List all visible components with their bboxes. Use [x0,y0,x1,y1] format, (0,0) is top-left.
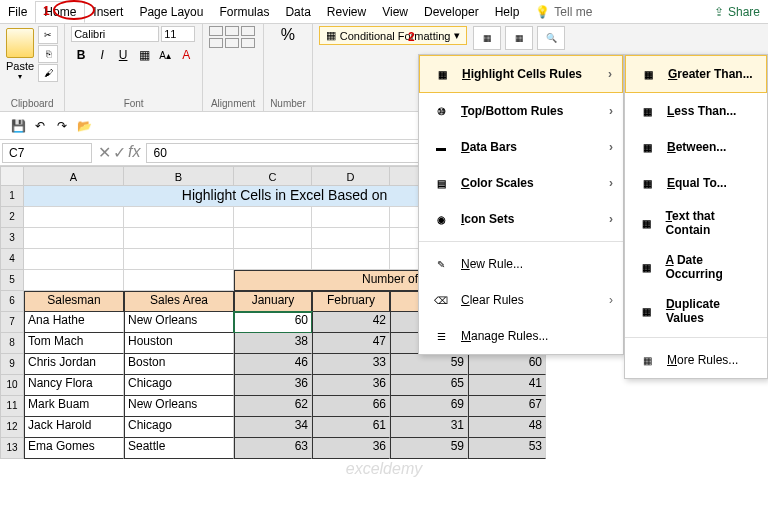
cell[interactable]: February [312,291,390,312]
cell[interactable]: 42 [312,312,390,333]
menu-item-data-bars[interactable]: ▬Data Bars› [419,129,623,165]
tell-me[interactable]: 💡 Tell me [527,2,600,22]
cell[interactable]: Ema Gomes [24,438,124,459]
cell[interactable]: 67 [468,396,546,417]
cell[interactable]: Ana Hathe [24,312,124,333]
cell[interactable]: 65 [390,375,468,396]
cell[interactable]: 60 [234,312,312,333]
copy-button[interactable]: ⎘ [38,45,58,63]
format-painter-button[interactable]: 🖌 [38,64,58,82]
cell[interactable] [24,207,124,228]
undo-button[interactable]: ↶ [32,118,48,134]
cell[interactable]: 31 [390,417,468,438]
cell[interactable]: January [234,291,312,312]
cell[interactable] [24,228,124,249]
row-header[interactable]: 13 [0,438,24,459]
menu-item-manage-rules-[interactable]: ☰Manage Rules... [419,318,623,354]
cell-styles-button[interactable]: ▦ [505,26,533,50]
cell[interactable]: Chicago [124,375,234,396]
cell[interactable] [312,228,390,249]
menu-item-greater-than-[interactable]: ▦Greater Than... [625,55,767,93]
cell[interactable] [234,249,312,270]
cell[interactable]: 47 [312,333,390,354]
cell[interactable] [312,207,390,228]
menu-item-color-scales[interactable]: ▤Color Scales› [419,165,623,201]
cell[interactable]: 66 [312,396,390,417]
cell[interactable]: Jack Harold [24,417,124,438]
menu-item-less-than-[interactable]: ▦Less Than... [625,93,767,129]
cell[interactable]: New Orleans [124,312,234,333]
cell[interactable]: Salesman [24,291,124,312]
cell[interactable]: 59 [390,354,468,375]
tab-review[interactable]: Review [319,2,374,22]
font-size-select[interactable]: 11 [161,26,195,42]
cell[interactable]: New Orleans [124,396,234,417]
tab-home[interactable]: Home [35,1,85,23]
row-header[interactable]: 4 [0,249,24,270]
cancel-icon[interactable]: ✕ [98,143,111,162]
format-table-button[interactable]: ▦ [473,26,501,50]
cell[interactable]: 69 [390,396,468,417]
share-button[interactable]: ⇪ Share [706,2,768,22]
open-button[interactable]: 📂 [76,118,92,134]
cell[interactable] [24,270,124,291]
cell[interactable] [124,228,234,249]
cell[interactable]: 38 [234,333,312,354]
cell[interactable]: 61 [312,417,390,438]
cell[interactable]: Tom Mach [24,333,124,354]
row-header[interactable]: 9 [0,354,24,375]
cell[interactable] [124,249,234,270]
font-name-select[interactable]: Calibri [71,26,159,42]
find-button[interactable]: 🔍 [537,26,565,50]
cell[interactable]: 63 [234,438,312,459]
italic-button[interactable]: I [92,45,112,65]
row-header[interactable]: 10 [0,375,24,396]
tab-insert[interactable]: Insert [85,2,131,22]
menu-item-equal-to-[interactable]: ▦Equal To... [625,165,767,201]
cell[interactable] [24,249,124,270]
menu-item-duplicate-values[interactable]: ▦Duplicate Values [625,289,767,333]
cell[interactable] [234,228,312,249]
cell[interactable] [312,249,390,270]
tab-help[interactable]: Help [487,2,528,22]
cell[interactable]: Chris Jordan [24,354,124,375]
cell[interactable]: 62 [234,396,312,417]
cell[interactable]: Sales Area [124,291,234,312]
cell[interactable]: 46 [234,354,312,375]
col-header-D[interactable]: D [312,166,390,186]
cell[interactable] [124,207,234,228]
tab-file[interactable]: File [0,2,35,22]
tab-data[interactable]: Data [277,2,318,22]
cell[interactable]: Chicago [124,417,234,438]
menu-item-a-date-occurring[interactable]: ▦A Date Occurring [625,245,767,289]
menu-item-icon-sets[interactable]: ◉Icon Sets› [419,201,623,237]
col-header-A[interactable]: A [24,166,124,186]
cell[interactable]: 34 [234,417,312,438]
col-header-C[interactable]: C [234,166,312,186]
cell[interactable]: 33 [312,354,390,375]
row-header[interactable]: 12 [0,417,24,438]
row-header[interactable]: 3 [0,228,24,249]
cell[interactable] [234,207,312,228]
cell[interactable]: Seattle [124,438,234,459]
alignment-buttons[interactable] [209,26,257,62]
font-color-button[interactable]: A [176,45,196,65]
row-header[interactable]: 6 [0,291,24,312]
conditional-formatting-button[interactable]: ▦ Conditional Formatting ▾ [319,26,468,45]
row-header[interactable]: 5 [0,270,24,291]
menu-item-highlight-cells-rules[interactable]: ▦Highlight Cells Rules› [419,55,623,93]
menu-item-text-that-contain[interactable]: ▦Text that Contain [625,201,767,245]
underline-button[interactable]: U [113,45,133,65]
cell[interactable]: 59 [390,438,468,459]
tab-formulas[interactable]: Formulas [211,2,277,22]
menu-item-top-bottom-rules[interactable]: ⑩Top/Bottom Rules› [419,93,623,129]
select-all-corner[interactable] [0,166,24,186]
font-size-increase[interactable]: A▴ [155,45,175,65]
redo-button[interactable]: ↷ [54,118,70,134]
cell[interactable]: Nancy Flora [24,375,124,396]
cell[interactable]: 36 [234,375,312,396]
cell[interactable]: 53 [468,438,546,459]
save-button[interactable]: 💾 [10,118,26,134]
row-header[interactable]: 7 [0,312,24,333]
menu-item-between-[interactable]: ▦Between... [625,129,767,165]
